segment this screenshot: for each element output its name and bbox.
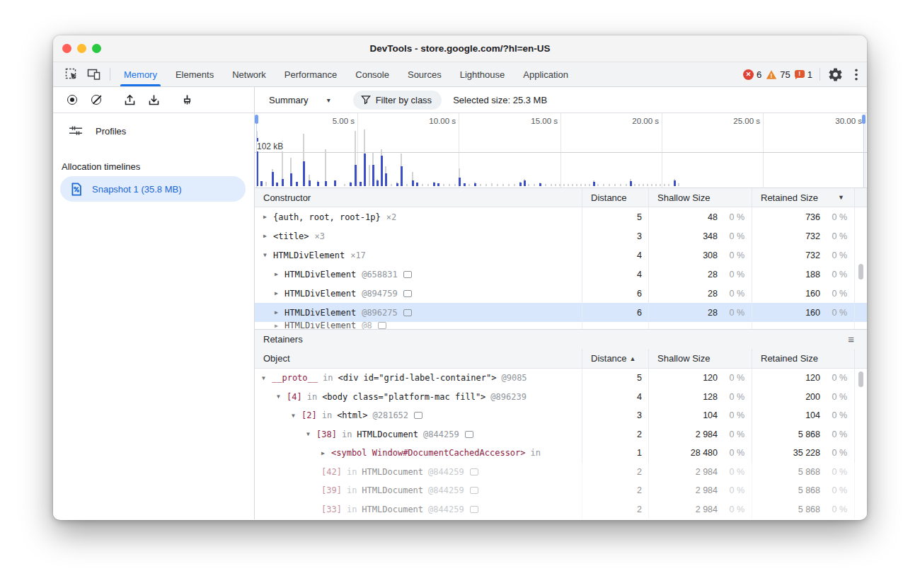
table-row[interactable]: ▼__proto__in<div id="grid-label-containe… xyxy=(255,369,867,388)
warnings-badge[interactable]: ! 75 xyxy=(766,69,790,80)
disclosure-triangle-icon[interactable]: ▶ xyxy=(275,323,284,329)
disclosure-triangle-icon[interactable]: ▶ xyxy=(321,450,331,456)
table-row[interactable]: ▶HTMLDivElement@894759 6 280 % 1600 % xyxy=(255,284,867,303)
selection-handle-right[interactable] xyxy=(862,115,866,124)
reveal-in-elements-icon[interactable] xyxy=(403,309,412,316)
table-row[interactable]: [33]inHTMLDocument@844259 2 2 9840 % 5 8… xyxy=(255,500,867,519)
collect-garbage-button[interactable] xyxy=(175,90,199,110)
column-header-distance[interactable]: Distance xyxy=(582,188,649,207)
column-header-retained-size[interactable]: Retained Size▼ xyxy=(752,188,855,207)
table-row[interactable]: ▼HTMLDivElement×17 4 3080 % 7320 % xyxy=(255,246,867,265)
table-row-clipped[interactable]: ▶HTMLDivElement@8 xyxy=(255,322,867,329)
disclosure-triangle-icon[interactable]: ▶ xyxy=(263,214,273,220)
disclosure-triangle-icon[interactable]: ▼ xyxy=(262,375,272,381)
errors-badge[interactable]: ✕ 6 xyxy=(743,69,761,80)
reveal-in-elements-icon[interactable] xyxy=(414,412,422,419)
column-header-shallow-size[interactable]: Shallow Size xyxy=(649,349,752,368)
disclosure-triangle-icon[interactable]: ▼ xyxy=(306,431,316,437)
inspect-element-button[interactable] xyxy=(60,62,83,86)
zoom-window-button[interactable] xyxy=(92,44,101,53)
table-row-selected[interactable]: ▶HTMLDivElement@896275 6 280 % 1600 % xyxy=(255,303,867,322)
tab-application[interactable]: Application xyxy=(514,62,577,86)
reveal-in-elements-icon[interactable] xyxy=(470,506,478,513)
column-header-shallow-size[interactable]: Shallow Size xyxy=(649,188,752,207)
retainer-target: HTMLDocument xyxy=(362,467,423,477)
retainers-section-header: Retainers ≡ xyxy=(255,329,867,349)
reveal-in-elements-icon[interactable] xyxy=(470,468,478,475)
table-row[interactable]: ▼[38]inHTMLDocument@844259 2 2 9840 % 5 … xyxy=(255,425,867,444)
disclosure-triangle-icon[interactable]: ▼ xyxy=(277,393,287,400)
memory-panel-body: Profiles Allocation timelines Snapshot 1… xyxy=(53,113,867,519)
heap-view: 5.00 s 10.00 s 15.00 s 20.00 s 25.00 s 3… xyxy=(255,113,867,519)
class-filter-input[interactable]: Filter by class xyxy=(353,91,442,110)
tab-console[interactable]: Console xyxy=(346,62,398,86)
clear-profiles-button[interactable] xyxy=(84,90,108,110)
allocation-timeline-bars xyxy=(255,113,867,186)
load-profile-button[interactable] xyxy=(117,90,142,110)
column-header-distance[interactable]: Distance▲ xyxy=(582,349,649,368)
window-title: DevTools - store.google.com/?hl=en-US xyxy=(369,43,550,54)
sort-asc-icon: ▲ xyxy=(630,355,636,362)
selection-handle-left[interactable] xyxy=(255,115,258,124)
tab-performance[interactable]: Performance xyxy=(275,62,346,86)
object-id: @844259 xyxy=(428,467,464,477)
table-row[interactable]: ▼[2]in<html>@281652 3 1040 % 1040 % xyxy=(255,406,867,425)
table-row[interactable]: [42]inHTMLDocument@844259 2 2 9840 % 5 8… xyxy=(255,463,867,482)
object-id: @9085 xyxy=(501,373,527,383)
tabbar-separator xyxy=(820,68,820,81)
close-window-button[interactable] xyxy=(62,44,71,53)
issues-badge[interactable]: ! 1 xyxy=(795,69,812,80)
tab-lighthouse[interactable]: Lighthouse xyxy=(451,62,514,86)
retainer-edge: [2] xyxy=(301,410,317,420)
tab-network[interactable]: Network xyxy=(223,62,275,86)
table-row[interactable]: ▶<title>×3 3 3480 % 7320 % xyxy=(255,226,867,246)
disclosure-triangle-icon[interactable]: ▼ xyxy=(263,252,273,258)
reveal-in-elements-icon[interactable] xyxy=(465,431,473,438)
disclosure-triangle-icon[interactable]: ▼ xyxy=(292,413,301,419)
tab-memory[interactable]: Memory xyxy=(115,62,166,86)
table-row[interactable]: ▶HTMLDivElement@658831 4 280 % 1880 % xyxy=(255,265,867,284)
reveal-in-elements-icon[interactable] xyxy=(403,271,412,278)
table-row[interactable]: ▼[4]in<body class="platform-mac fill">@8… xyxy=(255,388,867,407)
table-row[interactable]: ▶{auth, root, root-1p}×2 5 480 % 7360 % xyxy=(255,207,867,226)
tab-sources[interactable]: Sources xyxy=(398,62,451,86)
column-header-retained-size[interactable]: Retained Size xyxy=(752,349,855,368)
inspect-icon xyxy=(65,68,79,81)
filter-icon xyxy=(361,95,371,105)
sidebar-item-snapshot-1[interactable]: Snapshot 1 (35.8 MB) xyxy=(60,176,246,202)
save-profile-button[interactable] xyxy=(142,90,166,110)
record-heap-button[interactable] xyxy=(60,90,84,110)
reveal-in-elements-icon[interactable] xyxy=(403,290,412,297)
reveal-in-elements-icon[interactable] xyxy=(470,487,478,494)
object-id: @658831 xyxy=(362,270,398,279)
more-options-button[interactable] xyxy=(846,62,867,86)
clear-icon xyxy=(91,95,101,105)
toggle-device-toolbar-button[interactable] xyxy=(83,62,105,86)
devtools-tabbar: Memory Elements Network Performance Cons… xyxy=(53,62,867,87)
column-header-constructor[interactable]: Constructor xyxy=(255,188,582,207)
disclosure-triangle-icon[interactable]: ▶ xyxy=(275,290,284,296)
table-row[interactable]: [39]inHTMLDocument@844259 2 2 9840 % 5 8… xyxy=(255,481,867,500)
settings-button[interactable] xyxy=(824,62,846,86)
minimize-window-button[interactable] xyxy=(77,44,86,53)
object-id: @844259 xyxy=(428,485,464,495)
column-header-object[interactable]: Object xyxy=(255,349,582,368)
allocation-timeline[interactable]: 5.00 s 10.00 s 15.00 s 20.00 s 25.00 s 3… xyxy=(255,113,867,188)
record-icon xyxy=(67,95,77,105)
disclosure-triangle-icon[interactable]: ▶ xyxy=(263,233,273,239)
disclosure-triangle-icon[interactable]: ▶ xyxy=(275,271,284,277)
retainers-scrollbar-thumb[interactable] xyxy=(858,371,863,387)
warnings-count: 75 xyxy=(780,69,790,80)
disclosure-triangle-icon[interactable]: ▶ xyxy=(275,309,284,316)
reveal-in-elements-icon[interactable] xyxy=(378,322,386,329)
sidebar-item-profiles[interactable]: Profiles xyxy=(53,119,254,143)
table-row[interactable]: ▶<symbol Window#DocumentCachedAccessor>i… xyxy=(255,444,867,463)
tabbar-separator xyxy=(110,68,110,81)
sidebar-item-label: Profiles xyxy=(96,126,126,137)
retainers-title: Retainers xyxy=(263,334,303,345)
tab-elements[interactable]: Elements xyxy=(166,62,223,86)
retainers-table-header: Object Distance▲ Shallow Size Retained S… xyxy=(255,349,867,369)
constructor-scrollbar-thumb[interactable] xyxy=(858,264,863,279)
retainers-menu-icon[interactable]: ≡ xyxy=(848,334,854,345)
perspective-select[interactable]: Summary ▾ xyxy=(260,95,338,105)
